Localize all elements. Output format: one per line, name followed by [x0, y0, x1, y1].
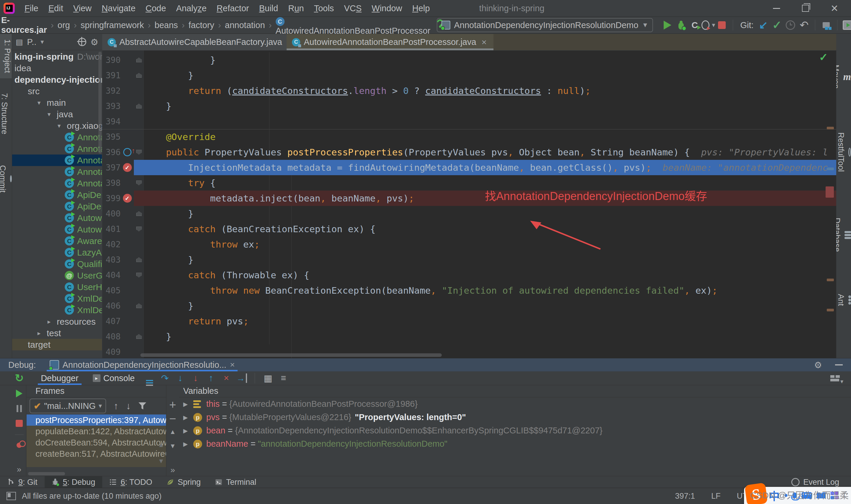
tree-item-idea[interactable]: idea	[12, 62, 102, 74]
tab-console[interactable]: ▸Console	[87, 371, 141, 385]
more-icon[interactable]: »	[17, 465, 22, 474]
fold-marker-icon[interactable]	[134, 180, 144, 185]
chevron-right-icon[interactable]: ▶	[183, 440, 193, 448]
breadcrumb-item[interactable]: org	[58, 20, 70, 30]
code-line-391[interactable]: 391 }	[102, 68, 836, 83]
code-line-404[interactable]: 404 catch (Throwable ex) {	[102, 267, 836, 283]
code-line-395[interactable]: 395 @Override	[102, 129, 836, 144]
move-up-icon[interactable]: ▲	[169, 428, 176, 436]
chevron-right-icon[interactable]: ▶	[183, 427, 193, 434]
tree-item-annotati[interactable]: CAnnotati	[12, 178, 102, 189]
pause-icon[interactable]	[17, 405, 22, 412]
tree-item-xmldepe[interactable]: CXmlDepe	[12, 293, 102, 304]
close-button[interactable]: ×	[829, 2, 840, 14]
tree-item-test[interactable]: ▸test	[12, 327, 102, 339]
tab-autowired-annotation-bean-post-processor[interactable]: C AutowiredAnnotationBeanPostProcessor.j…	[287, 34, 493, 50]
breadcrumb-item[interactable]: beans	[155, 20, 178, 30]
tree-item-autowiri[interactable]: CAutowiri	[12, 212, 102, 223]
frames-scrollbar[interactable]	[28, 472, 65, 475]
menu-view[interactable]: View	[68, 3, 97, 13]
gear-icon[interactable]: ⚙	[814, 360, 822, 370]
breadcrumb-item[interactable]: CAutowiredAnnotationBeanPostProcessor	[276, 15, 431, 36]
tree-item-annotati[interactable]: CAnnotati	[12, 131, 102, 143]
chevron-right-icon[interactable]: ▸	[35, 330, 43, 337]
toolwindow-button-todo[interactable]: 6: TODO	[102, 476, 159, 488]
sidebar-tab-project[interactable]: 1: Project	[0, 34, 12, 78]
frame-down-icon[interactable]: ↓	[126, 401, 131, 412]
maximize-button[interactable]	[800, 2, 811, 14]
fold-marker-icon[interactable]	[134, 257, 144, 262]
event-log-button[interactable]: Event Log	[791, 478, 851, 487]
coverage-button[interactable]: C	[688, 19, 702, 32]
stop-button[interactable]	[715, 19, 729, 32]
variable-row[interactable]: ▶ppvs={MutablePropertyValues@2216}"Prope…	[179, 411, 851, 424]
breadcrumb-item[interactable]: springframework	[81, 20, 144, 30]
minimize-button[interactable]	[771, 2, 782, 14]
code-line-408[interactable]: 408 }	[102, 329, 836, 344]
debug-button[interactable]	[674, 19, 688, 32]
scroll-up-icon[interactable]: ▲	[158, 441, 164, 449]
show-execution-point-icon[interactable]	[143, 373, 156, 383]
stack-frame[interactable]: populateBean:1422, AbstractAutowi	[26, 426, 166, 437]
sidebar-tab-maven[interactable]: m Maven	[836, 50, 851, 103]
drop-frame-icon[interactable]: ×	[220, 373, 233, 383]
tree-item-king-in-spring[interactable]: king-in-springD:\wor	[12, 51, 102, 62]
chevron-right-icon[interactable]: ▸	[44, 318, 53, 325]
step-over-icon[interactable]: ↷	[158, 373, 171, 384]
code-editor[interactable]: 390 }391 }392 return (candidateConstruct…	[102, 51, 836, 358]
layout-settings-icon[interactable]	[830, 375, 839, 381]
view-breakpoints-icon[interactable]	[17, 443, 22, 448]
stack-frame[interactable]: createBean:517, AbstractAutowireCa	[26, 448, 166, 460]
chevron-down-icon[interactable]: ▾	[40, 38, 44, 46]
fold-marker-icon[interactable]	[134, 303, 144, 308]
menu-edit[interactable]: Edit	[43, 3, 68, 13]
locate-file-icon[interactable]	[78, 38, 86, 46]
tree-item-xmldepe[interactable]: CXmlDepe	[12, 304, 102, 316]
tree-item-annotati[interactable]: CAnnotati	[12, 143, 102, 155]
gear-icon[interactable]: ⚙	[90, 37, 98, 47]
force-step-into-icon[interactable]: ↓	[189, 373, 202, 383]
run-anything-button[interactable]	[841, 19, 851, 32]
menu-run[interactable]: Run	[283, 3, 309, 13]
tree-item-awareint[interactable]: CAwareInt	[12, 235, 102, 247]
project-view-label[interactable]: P..	[27, 37, 37, 47]
breakpoint-icon[interactable]: ✓	[121, 163, 134, 172]
tree-item-qualifier[interactable]: CQualifier	[12, 258, 102, 270]
tab-debugger[interactable]: Debugger	[35, 371, 84, 385]
filter-icon[interactable]	[139, 402, 146, 410]
tree-item-org.xiaoge.t[interactable]: ▾org.xiaoge.t	[12, 120, 102, 131]
run-configuration-select[interactable]: AnnotationDependencyInjectionResolutionD…	[437, 18, 653, 32]
resume-icon[interactable]	[16, 390, 22, 397]
code-line-405[interactable]: 405 throw new BeanCreationException(bean…	[102, 283, 836, 298]
sidebar-tab-database[interactable]: Database	[836, 205, 851, 265]
menu-window[interactable]: Window	[367, 3, 407, 13]
sidebar-tab-ant[interactable]: Ant	[836, 282, 851, 318]
tree-item-userhol[interactable]: CUserHol	[12, 281, 102, 293]
code-line-396[interactable]: 396 public PropertyValues postProcessPro…	[102, 144, 836, 160]
code-line-393[interactable]: 393 }	[102, 98, 836, 114]
breadcrumb-item[interactable]: E-sources.jar	[1, 15, 47, 35]
tree-item-lazyann[interactable]: CLazyAnn	[12, 247, 102, 258]
code-line-392[interactable]: 392 return (candidateConstructors.length…	[102, 83, 836, 98]
tree-item-autowiri[interactable]: CAutowiri	[12, 223, 102, 235]
variable-row[interactable]: ▶this={AutowiredAnnotationBeanPostProces…	[179, 397, 851, 411]
inspections-ok-icon[interactable]: ✓	[819, 51, 828, 64]
project-scrollbar[interactable]	[98, 52, 102, 154]
tree-item-dependency-injection[interactable]: dependency-injection	[12, 74, 102, 85]
frame-up-icon[interactable]: ↑	[114, 401, 119, 412]
close-icon[interactable]: ×	[482, 37, 487, 47]
menu-tools[interactable]: Tools	[309, 3, 339, 13]
profiler-button[interactable]: ▾	[702, 19, 715, 32]
chevron-down-icon[interactable]: ▾	[35, 99, 43, 106]
breakpoint-icon[interactable]: ✓	[121, 194, 134, 203]
fold-marker-icon[interactable]	[134, 104, 144, 108]
fold-marker-icon[interactable]	[134, 58, 144, 62]
tree-item-apidepe[interactable]: CApiDepe	[12, 201, 102, 212]
tree-item-src[interactable]: src	[12, 85, 102, 97]
caret-position[interactable]: 397:1	[675, 491, 695, 501]
code-line-390[interactable]: 390 }	[102, 52, 836, 68]
hide-panel-icon[interactable]	[835, 364, 843, 365]
menu-analyze[interactable]: Analyze	[171, 3, 212, 13]
sidebar-tab-commit[interactable]: Commit	[0, 158, 12, 199]
stack-frame[interactable]: postProcessProperties:397, Autowir	[26, 414, 166, 426]
